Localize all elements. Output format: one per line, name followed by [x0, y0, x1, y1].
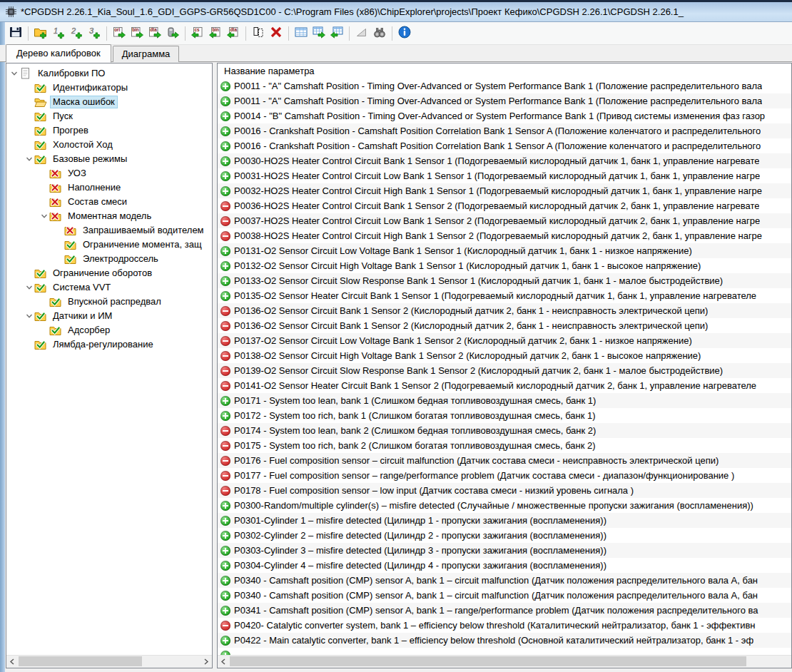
dtc-row[interactable]: P0174 - System too lean, bank 2 (Слишком… [218, 423, 791, 438]
list-hscroll-track[interactable] [230, 656, 791, 668]
tree-item-наполнение[interactable]: Наполнение [6, 180, 212, 195]
dtc-row[interactable]: P0036-HO2S Heater Control Circuit Bank 1… [218, 198, 791, 213]
tree-item-уоз[interactable]: УОЗ [6, 166, 212, 180]
dtc-row[interactable]: P0133-O2 Sensor Circuit Slow Response Ba… [218, 273, 791, 288]
dtc-row[interactable]: P0141-O2 Sensor Heater Circuit Bank 1 Se… [218, 378, 791, 393]
add-slot-2-button[interactable]: 2 [68, 24, 85, 43]
list-hscroll-thumb[interactable] [230, 656, 746, 666]
export-drive-button[interactable] [164, 24, 181, 43]
dtc-row[interactable]: P0032-HO2S Heater Control Circuit High B… [218, 183, 791, 198]
tab-calibration-tree[interactable]: Дерево калибровок [6, 44, 111, 63]
dtc-row[interactable]: P0038-HO2S Heater Control Circuit High B… [218, 228, 791, 243]
scroll-left-icon[interactable] [6, 656, 19, 667]
list-column-header[interactable]: Название параметра [218, 63, 791, 78]
tree-hscrollbar[interactable] [6, 655, 212, 668]
save-button[interactable] [7, 24, 24, 43]
tree-item-идентификаторы[interactable]: Идентификаторы [6, 81, 212, 95]
export-bin-icon: bin [130, 25, 144, 41]
tree-item-состав-смеси[interactable]: Состав смеси [6, 195, 212, 209]
tree-item-электродроссель[interactable]: Электродроссель [6, 252, 212, 266]
tree-item-система-vvt[interactable]: Система VVT [6, 280, 212, 295]
list-hscrollbar[interactable] [218, 655, 791, 668]
tree-item-пуск[interactable]: Пуск [6, 109, 212, 123]
table-import-button[interactable] [328, 24, 345, 43]
dtc-row[interactable]: P0138-O2 Sensor Circuit High Voltage Ban… [218, 348, 791, 363]
dtc-row[interactable]: P0303-Cylinder 3 – misfire detected (Цил… [218, 543, 791, 558]
dtc-row[interactable]: P0016 - Crankshaft Position - Camshaft P… [218, 138, 791, 153]
dtc-row[interactable]: P0177 - Fuel composition sensor – range/… [218, 468, 791, 483]
tree-item-моментная-модель[interactable]: Моментная модель [6, 209, 212, 223]
import-dta-button[interactable]: dta [225, 24, 242, 43]
delta-button[interactable] [353, 24, 370, 43]
tree-hscroll-track[interactable] [19, 656, 200, 668]
dtc-row[interactable]: P0340 - Camshaft position (CMP) sensor A… [218, 588, 791, 603]
dtc-row[interactable]: P0031-HO2S Heater Control Circuit Low Ba… [218, 168, 791, 183]
dtc-row[interactable]: P0422 - Main catalytic converter, bank 1… [218, 633, 791, 648]
dtc-row[interactable]: P0137-O2 Sensor Circuit Low Voltage Bank… [218, 333, 791, 348]
tree-item-датчики-и-им[interactable]: Датчики и ИМ [6, 309, 212, 323]
dtc-row[interactable]: P0175 - System too rich, bank 2 (Слишком… [218, 438, 791, 453]
import-cs-button[interactable]: cs [189, 24, 206, 43]
chevron-down-icon[interactable] [24, 154, 34, 164]
dtc-row[interactable]: P0016 - Crankshaft Position - Camshaft P… [218, 123, 791, 138]
folder-check-icon [34, 339, 47, 350]
table-export-button[interactable] [310, 24, 328, 43]
tree-item-впускной-распредвал[interactable]: Впускной распредвал [6, 295, 212, 309]
search-button[interactable] [371, 24, 388, 43]
tree-item-запрашиваемый-водителем[interactable]: Запрашиваемый водителем [6, 223, 212, 238]
tree-item-холостой-ход[interactable]: Холостой Ход [6, 138, 212, 152]
add-slot-1-button[interactable]: 1 [50, 24, 67, 43]
tree-item-адсорбер[interactable]: Адсорбер [6, 323, 212, 337]
folder-check-icon [49, 296, 62, 307]
dtc-row[interactable]: P0178 - Fuel composition sensor – low in… [218, 483, 791, 498]
tree-item-маска-ошибок[interactable]: Маска ошибок [6, 95, 212, 109]
dtc-row[interactable]: P0139-O2 Sensor Circuit Slow Response Ba… [218, 363, 791, 378]
dtc-row[interactable]: P0176 - Fuel composition sensor – circui… [218, 453, 791, 468]
delete-button[interactable] [268, 24, 285, 43]
dtc-row[interactable]: P0011 - "A" Camshaft Position - Timing O… [218, 93, 791, 108]
folder-check-icon [34, 153, 47, 165]
tree-item-прогрев[interactable]: Прогрев [6, 123, 212, 138]
dtc-row[interactable]: P0011 - "A" Camshaft Position - Timing O… [218, 78, 791, 93]
export-ori-button[interactable]: ori [111, 24, 128, 43]
dtc-row[interactable]: P0037-HO2S Heater Control Circuit Low Ba… [218, 213, 791, 228]
export-dta-button[interactable]: dta [146, 24, 163, 43]
dtc-row[interactable]: P0340 - Camshaft position (CMP) sensor A… [218, 573, 791, 588]
info-button[interactable] [396, 24, 413, 43]
dtc-row[interactable]: P0300-Random/multiple cylinder(s) – misf… [218, 498, 791, 513]
scroll-right-icon[interactable] [200, 656, 212, 667]
dtc-row[interactable]: P0014 - "B" Camshaft Position - Timing O… [218, 108, 791, 123]
import-bin-button[interactable]: bin [207, 24, 224, 43]
chevron-down-icon[interactable] [24, 282, 34, 292]
compare-chips-button[interactable] [250, 24, 267, 43]
add-slot-3-button[interactable]: 3 [86, 24, 103, 43]
chevron-down-icon[interactable] [9, 68, 19, 78]
scroll-left-icon[interactable] [218, 656, 230, 667]
dtc-row[interactable]: P0341 - Camshaft position (CMP) sensor A… [218, 603, 791, 618]
dtc-row[interactable]: P0132-O2 Sensor Circuit High Voltage Ban… [218, 258, 791, 273]
tree-item-калибровки-по[interactable]: Калибровки ПО [6, 66, 212, 81]
dtc-row[interactable]: P0135-O2 Sensor Heater Circuit Bank 1 Se… [218, 288, 791, 303]
dtc-row[interactable]: P0171 - System too lean, bank 1 (Слишком… [218, 393, 791, 408]
tree-item-ограничение-оборотов[interactable]: Ограничение оборотов [6, 266, 212, 280]
tab-diagram[interactable]: Диаграмма [113, 46, 180, 62]
dtc-row[interactable]: P0030-HO2S Heater Control Circuit Bank 1… [218, 153, 791, 168]
dtc-row[interactable]: P0172 - System too rich, bank 1 (Слишком… [218, 408, 791, 423]
dtc-row[interactable]: P0420- Catalytic converter system, bank … [218, 618, 791, 633]
dtc-row[interactable]: P0136-O2 Sensor Circuit Bank 1 Sensor 2 … [218, 318, 791, 333]
tree-item-лямбда-регулирование[interactable]: Лямбда-регулирование [6, 337, 212, 352]
dtc-row[interactable]: P0301-Cylinder 1 – misfire detected (Цил… [218, 513, 791, 528]
chevron-down-icon[interactable] [24, 311, 34, 321]
add-project-button[interactable] [32, 24, 49, 43]
tree-hscroll-thumb[interactable] [19, 656, 142, 666]
dtc-row[interactable]: P0304-Cylinder 4 – misfire detected (Цил… [218, 558, 791, 573]
tree-item-ограничение-момента-защ[interactable]: Ограничение момента, защ [6, 238, 212, 252]
dtc-row[interactable]: P0302-Cylinder 2 – misfire detected (Цил… [218, 528, 791, 543]
export-bin-button[interactable]: bin [128, 24, 146, 43]
tree-item-базовые-режимы[interactable]: Базовые режимы [6, 152, 212, 166]
table-view-button[interactable] [293, 24, 310, 43]
disabled-minus-icon [220, 456, 230, 466]
dtc-row[interactable]: P0136-O2 Sensor Circuit Bank 1 Sensor 2 … [218, 303, 791, 318]
chevron-down-icon[interactable] [39, 211, 49, 221]
dtc-row[interactable]: P0131-O2 Sensor Circuit Low Voltage Bank… [218, 243, 791, 258]
